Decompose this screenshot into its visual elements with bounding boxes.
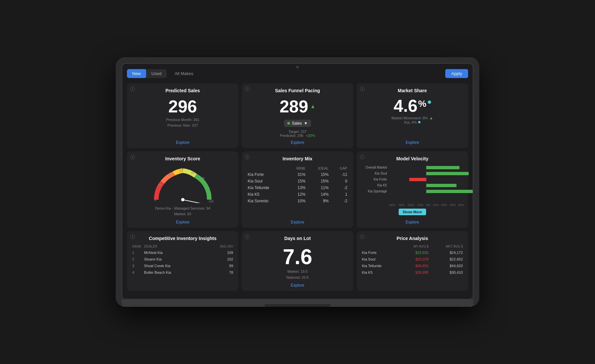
mix-col-model [246, 165, 287, 171]
inventory-score-demo: Demo Kia - Managed Services: 94 [131, 206, 234, 212]
row-1: i Predicted Sales 296 Previous Month: 26… [127, 83, 468, 148]
mv-row-label: Kia K5 [361, 183, 387, 187]
inventory-score-explore[interactable]: Explore [131, 217, 234, 224]
mv-bar-container [388, 171, 464, 176]
new-button[interactable]: New [127, 69, 146, 78]
inventory-score-card: i Inventory Score [127, 151, 238, 228]
sales-funnel-title: Sales Funnel Pacing [246, 88, 349, 93]
mix-model: Kia Sorento [246, 198, 287, 204]
competitive-inventory-card: i Competitive Inventory Insights RANK DE… [127, 231, 238, 291]
sales-funnel-up-arrow: ▲ [310, 103, 315, 109]
model-velocity-explore[interactable]: Explore [361, 217, 464, 224]
ci-rank: 3 [131, 263, 143, 269]
mix-col-ideal: IDEAL [307, 165, 331, 171]
mix-gap: 0 [331, 178, 349, 184]
mix-gap: -2 [331, 198, 349, 204]
svg-text:0: 0 [154, 198, 156, 202]
mix-model: Kia K5 [246, 191, 287, 198]
ci-row: 2 Sloane Kia 102 [131, 256, 234, 263]
sales-funnel-explore[interactable]: Explore [246, 138, 349, 145]
mix-model: Kia Telluride [246, 184, 287, 191]
pa-my-avg: $23,078 [399, 256, 430, 263]
mix-row: Kia Telluride 13% 11% -2 [246, 184, 349, 191]
show-more-button[interactable]: Show More [399, 209, 426, 215]
laptop-screen: New Used All Makes Apply i Predicted Sal… [122, 63, 473, 300]
used-button[interactable]: Used [146, 69, 167, 78]
ms-market-movement: Market Movement: 8% ▲ Kia: 4% [361, 116, 464, 124]
mix-model: Kia Forte [246, 171, 287, 178]
mix-row: Kia Sorento 10% 9% -2 [246, 198, 349, 204]
pa-my-avg: $30,895 [399, 269, 430, 276]
mv-bar-container [388, 177, 464, 182]
ci-dealer: Butler Beach Kia [143, 269, 203, 276]
mv-row-label: Kia Forte [361, 178, 387, 181]
market-share-number: 4.6 % [361, 96, 464, 116]
pa-my-avg: $22,631 [399, 249, 430, 256]
ci-avg-inv: 102 [203, 256, 234, 263]
sf-target: Target: 237 [246, 130, 349, 134]
sales-funnel-number-row: 289 ▲ [246, 96, 349, 117]
ci-rank: 4 [131, 269, 143, 276]
mv-row: Kia Forte [361, 177, 464, 182]
pa-mkt-avg: $44,620 [430, 263, 464, 269]
inventory-mix-table: MINE IDEAL GAP Kia Forte 31% 15% -11Kia … [246, 165, 349, 204]
pa-mkt-avg: $22,652 [430, 256, 464, 263]
mv-row-label: Kia Sportage [361, 189, 387, 193]
apply-button[interactable]: Apply [445, 69, 468, 78]
svg-text:80: 80 [191, 171, 194, 175]
mv-bar-green [426, 190, 473, 193]
market-share-explore[interactable]: Explore [361, 138, 464, 145]
ci-row: 4 Butler Beach Kia 78 [131, 269, 234, 276]
row-3: i Competitive Inventory Insights RANK DE… [127, 231, 468, 291]
mv-bar-container [388, 165, 464, 170]
gauge-container: 0 20 40 60 80 90 100 [131, 167, 234, 203]
laptop-base [122, 300, 473, 307]
camera [296, 66, 299, 68]
days-on-lot-explore[interactable]: Explore [246, 280, 349, 288]
market-share-card: i Market Share 4.6 % Market Movement: 8%… [357, 83, 468, 148]
dropdown-arrow: ▼ [304, 121, 308, 126]
svg-point-8 [181, 198, 184, 201]
mv-row: Kia K5 [361, 183, 464, 188]
mix-ideal: 14% [307, 191, 331, 198]
days-on-lot-card: i Days on Lot 7.6 Market: 19.5 National:… [242, 231, 353, 291]
all-makes-button[interactable]: All Makes [170, 69, 198, 78]
mix-ideal: 11% [307, 184, 331, 191]
predicted-sales-card: i Predicted Sales 296 Previous Month: 26… [127, 83, 238, 148]
pa-col-model [361, 244, 399, 249]
market-share-value: 4.6 [394, 96, 417, 116]
price-analysis-title: Price Analysis [361, 236, 464, 241]
ci-avg-inv: 99 [203, 263, 234, 269]
mv-bar-container [388, 183, 464, 188]
laptop-frame: New Used All Makes Apply i Predicted Sal… [116, 57, 479, 307]
inventory-mix-explore[interactable]: Explore [246, 217, 349, 224]
predicted-sales-explore[interactable]: Explore [131, 138, 234, 145]
inventory-mix-card: i Inventory Mix MINE IDEAL GAP Kia Forte… [242, 151, 353, 228]
predicted-sales-title: Predicted Sales [131, 88, 234, 93]
mix-row: Kia Soul 15% 15% 0 [246, 178, 349, 184]
mv-row: Kia Soul [361, 171, 464, 176]
ci-rank: 1 [131, 249, 143, 256]
sales-funnel-dropdown[interactable]: Sales ▼ [284, 120, 311, 127]
gauge-svg: 0 20 40 60 80 90 100 [150, 167, 216, 203]
pa-col-my-avg: MY AVG $ [399, 244, 430, 249]
predicted-sales-value: 296 [131, 98, 234, 115]
mix-mine: 15% [287, 178, 307, 184]
price-analysis-table: MY AVG $ MKT AVG $ Kia Forte $22,631 $24… [361, 244, 464, 276]
predicted-sales-prev-month: Previous Month: 261 [131, 117, 234, 123]
model-velocity-title: Model Velocity [361, 156, 464, 161]
sales-funnel-dot [287, 122, 290, 125]
mv-bar-container [388, 189, 464, 194]
inventory-score-market: Market: 83 [131, 211, 234, 217]
ci-avg-inv: 78 [203, 269, 234, 276]
mix-ideal: 15% [307, 171, 331, 178]
top-bar: New Used All Makes Apply [127, 68, 468, 79]
pa-model: Kia Soul [361, 256, 399, 263]
info-icon-market-share: i [360, 87, 365, 91]
pa-mkt-avg: $24,172 [430, 249, 464, 256]
sales-funnel-value: 289 [280, 98, 308, 115]
mv-axis: -40%-30%-20%-10%0%10%20%30%40% [361, 203, 464, 207]
days-on-lot-title: Days on Lot [246, 236, 349, 241]
mv-bar-green [426, 172, 469, 175]
pa-model: Kia Telluride [361, 263, 399, 269]
